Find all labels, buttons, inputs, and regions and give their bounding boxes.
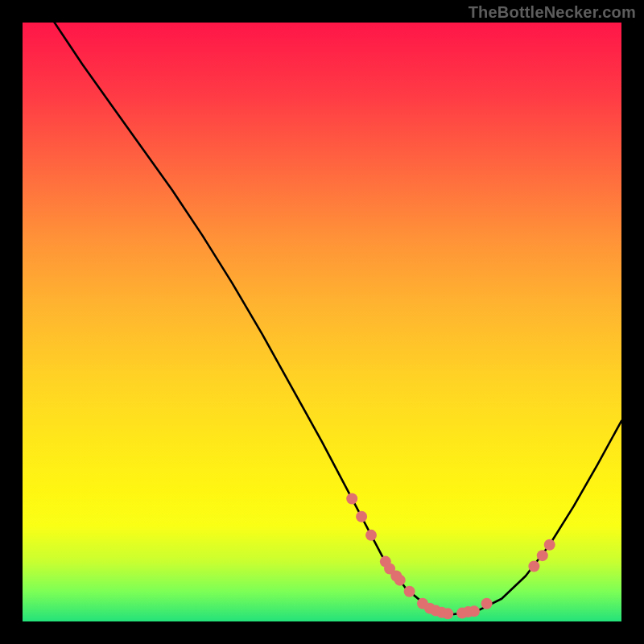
plot-svg — [23, 23, 621, 621]
data-point — [544, 539, 555, 551]
data-point — [528, 561, 539, 572]
attribution-text: TheBottleNecker.com — [469, 3, 636, 22]
bottleneck-curve — [23, 0, 621, 614]
curve-layer — [23, 0, 621, 614]
plot-area — [23, 23, 621, 621]
marker-layer — [346, 493, 555, 619]
data-point — [469, 605, 480, 617]
data-point — [442, 608, 453, 619]
chart-root: TheBottleNecker.com — [0, 0, 644, 644]
data-point — [365, 530, 377, 541]
data-point — [346, 493, 357, 504]
data-point — [537, 550, 548, 561]
data-point — [394, 575, 406, 586]
data-point — [356, 511, 367, 522]
data-point — [481, 598, 493, 609]
data-point — [404, 586, 415, 597]
